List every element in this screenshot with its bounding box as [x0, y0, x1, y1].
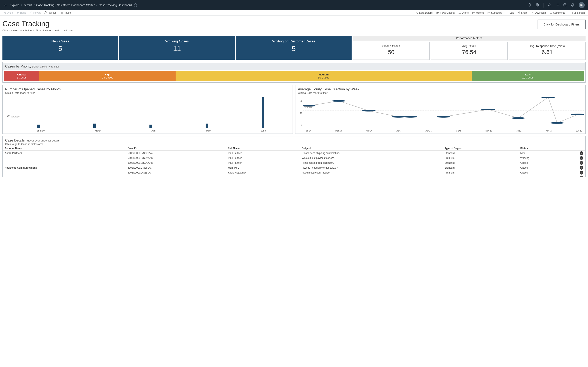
cell: Paul Partner [226, 156, 300, 160]
bar-chart-card: Number of Opened Cases by Month Click a … [2, 85, 293, 134]
line-point-4[interactable] [403, 116, 417, 118]
bar-June[interactable] [262, 97, 264, 128]
cell: 5003i0000017SQ8AAM [126, 160, 226, 165]
alerts-label: Alerts [462, 11, 468, 14]
svg-point-2 [548, 4, 550, 6]
line-point-7[interactable] [511, 117, 525, 119]
metrics-button[interactable]: Metrics [472, 11, 484, 14]
revert-button[interactable]: Revert [30, 11, 40, 14]
y-tick: 10 [300, 112, 302, 114]
table-row[interactable]: 5003i000001Rs3jAACKathy FitzpatrickNeed … [3, 170, 585, 175]
cell: 5003i0000017SOQAA2 [126, 151, 226, 156]
favorite-icon[interactable] [134, 3, 138, 7]
table-row[interactable]: 5003i0000017SQ8AAMPaul PartnerItems miss… [3, 160, 585, 165]
line-point-6[interactable] [481, 109, 495, 110]
cell [3, 170, 126, 175]
table-row[interactable]: Acme Partners5003i0000017SOQAA2Paul Part… [3, 151, 585, 156]
line-point-10[interactable] [571, 114, 584, 115]
table-row[interactable]: Advanced Communications5003i000001Rs3iAA… [3, 165, 585, 170]
bar-February[interactable] [37, 125, 40, 128]
share-button[interactable]: Share [517, 11, 527, 14]
line-point-5[interactable] [437, 116, 450, 118]
status-tile-0[interactable]: New Cases5 [2, 36, 118, 60]
priority-hint: | Click a Priority to filter [32, 65, 59, 68]
priority-title: Cases by Priority [5, 64, 31, 68]
perf-tile-value: 76.54 [431, 49, 507, 55]
comments-button[interactable]: Comments [549, 11, 565, 14]
x-label: May 19 [485, 130, 492, 132]
redo-button[interactable]: Redo [17, 11, 26, 14]
cell: Standard [443, 160, 519, 165]
notifications-icon[interactable] [571, 3, 575, 7]
pause-button[interactable]: Pause [60, 11, 71, 14]
subscribe-button[interactable]: Subscribe [488, 11, 502, 14]
priority-medium[interactable]: Medium50 Cases [176, 71, 472, 81]
list-icon[interactable] [555, 3, 559, 7]
row-arrow-icon[interactable]: ➔ [580, 156, 583, 160]
priority-high[interactable]: High23 Cases [39, 71, 176, 81]
status-tile-value: 5 [236, 45, 352, 53]
line-chart-title: Average Hourly Case Duration by Week [298, 87, 359, 91]
avatar[interactable]: BS [579, 2, 585, 8]
help-icon[interactable] [563, 3, 567, 7]
cell: Closed [519, 165, 561, 170]
search-icon[interactable] [548, 3, 551, 7]
refresh-button[interactable]: Refresh [44, 11, 57, 14]
row-arrow-icon[interactable]: ➔ [580, 171, 583, 175]
cell: Was our last payment correct? [300, 156, 443, 160]
priority-low[interactable]: Low19 Cases [472, 71, 584, 81]
x-label: June [261, 129, 266, 132]
dashboard-filters-button[interactable]: Click for Dashboard Filters [537, 20, 586, 29]
breadcrumb-workbook[interactable]: Case Tracking - Salesforce Dashboard Sta… [36, 3, 95, 7]
bar-March[interactable] [93, 124, 96, 128]
edit-button[interactable]: Edit [506, 11, 514, 14]
line-point-1[interactable] [332, 100, 346, 102]
fullscreen-button[interactable]: Full Screen [569, 11, 585, 14]
priority-card: Cases by Priority | Click a Priority to … [2, 62, 586, 83]
line-point-3[interactable] [392, 116, 406, 118]
cell: Items missing from shipment. [300, 160, 443, 165]
priority-critical[interactable]: Critical6 Cases [4, 71, 39, 81]
perf-tile-label: Closed Cases [353, 44, 429, 48]
x-label: April [151, 129, 156, 132]
breadcrumb-sep: / [21, 3, 22, 7]
line-point-2[interactable] [362, 110, 376, 111]
device-icon[interactable] [528, 3, 531, 7]
line-point-8[interactable] [541, 97, 555, 98]
table-row[interactable]: 5003i0000017SQ7AAMPaul PartnerWas our la… [3, 156, 585, 160]
bar-April[interactable] [149, 125, 152, 128]
alerts-button[interactable]: Alerts [458, 11, 468, 14]
svg-rect-7 [437, 12, 439, 14]
row-arrow-icon[interactable]: ➔ [580, 176, 583, 176]
cell [3, 156, 126, 160]
topbar: Explore / default / Case Tracking - Sale… [0, 0, 588, 10]
status-tile-2[interactable]: Waiting on Customer Cases5 [236, 36, 352, 60]
row-arrow-icon[interactable]: ➔ [580, 166, 583, 170]
status-tile-1[interactable]: Working Cases11 [119, 36, 235, 60]
breadcrumb-default[interactable]: default [24, 3, 32, 7]
col-header: Case ID [126, 146, 226, 151]
priority-name: Critical [4, 73, 39, 76]
bar-May[interactable] [206, 124, 208, 128]
breadcrumb-sep: / [96, 3, 97, 7]
back-button[interactable] [3, 3, 8, 8]
svg-point-3 [558, 3, 558, 4]
cell [3, 175, 126, 176]
row-arrow-icon[interactable]: ➔ [580, 161, 583, 165]
table-row[interactable]: 5003i000001Rs3uAACMark MetzWhat are your… [3, 175, 585, 176]
data-details-button[interactable]: Data Details [415, 11, 432, 14]
datasource-icon[interactable] [536, 3, 539, 7]
cell: Need most recent invoice [300, 170, 443, 175]
line-point-9[interactable] [550, 122, 564, 124]
download-button[interactable]: Download [531, 11, 546, 14]
y-tick: 20 [300, 100, 302, 102]
cell: Premium [443, 156, 519, 160]
cell: Acme Partners [3, 151, 126, 156]
undo-button[interactable]: Undo [3, 11, 13, 14]
breadcrumb-explore[interactable]: Explore [10, 3, 19, 7]
x-label: Jun 30 [576, 130, 582, 132]
row-arrow-icon[interactable]: ➔ [580, 151, 583, 155]
perf-tile-2: Avg. Response Time (mins)6.61 [509, 42, 586, 60]
view-button[interactable]: View: Original [436, 11, 455, 14]
data-details-label: Data Details [419, 11, 432, 14]
